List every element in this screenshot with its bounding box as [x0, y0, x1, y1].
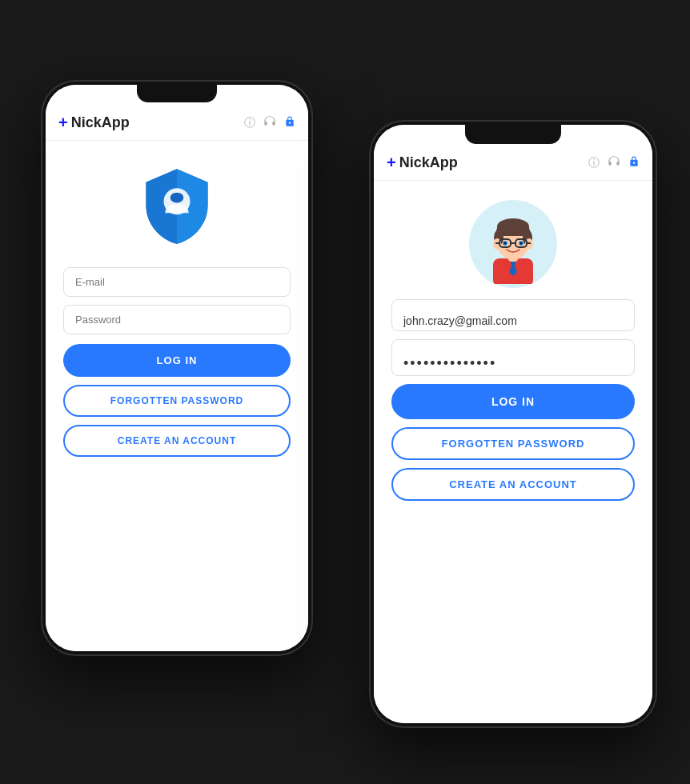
phone-2: + NickApp ⓘ: [369, 120, 657, 728]
avatar-hero: [469, 200, 557, 288]
headset-icon-2[interactable]: [608, 155, 620, 170]
phone-1-logo: + NickApp: [58, 114, 239, 132]
lock-icon-2[interactable]: [628, 156, 640, 170]
phone-1-notch: [137, 85, 217, 102]
headset-icon[interactable]: [263, 115, 276, 130]
shield-hero: [133, 163, 221, 254]
logo-text-2: NickApp: [399, 154, 458, 171]
phone-1-inputs: [63, 267, 291, 334]
phone-2-buttons: LOG IN FORGOTTEN PASSWORD CREATE AN ACCO…: [391, 384, 635, 501]
phone-1-login-button[interactable]: LOG IN: [63, 344, 291, 377]
password-wrapper: Password ••••••••••••••: [391, 339, 635, 376]
lock-icon[interactable]: [284, 116, 295, 130]
phone-1-buttons: LOG IN FORGOTTEN PASSWORD CREATE AN ACCO…: [63, 344, 291, 457]
phone-2-create-button[interactable]: CREATE AN ACCOUNT: [391, 468, 635, 501]
phone-1-body: LOG IN FORGOTTEN PASSWORD CREATE AN ACCO…: [46, 141, 308, 651]
phone-2-screen: + NickApp ⓘ: [374, 125, 652, 723]
phone-1-app: + NickApp ⓘ: [46, 85, 308, 651]
svg-point-22: [520, 242, 523, 245]
phone-2-inputs: E-mail Password ••••••••••••••: [391, 299, 635, 376]
phone-1-nav-icons: ⓘ: [244, 115, 295, 130]
phone-2-forgotten-button[interactable]: FORGOTTEN PASSWORD: [391, 427, 635, 460]
phone-2-notch: [465, 125, 561, 144]
phone-2-nav-icons: ⓘ: [588, 155, 640, 170]
email-wrapper: E-mail: [391, 299, 635, 331]
phone-2-app: + NickApp ⓘ: [374, 125, 652, 723]
phone-1: + NickApp ⓘ: [41, 80, 313, 656]
svg-point-11: [522, 226, 530, 238]
svg-point-20: [504, 242, 507, 245]
phone-1-create-button[interactable]: CREATE AN ACCOUNT: [63, 425, 291, 457]
avatar-circle: [469, 200, 557, 288]
scene: + NickApp ⓘ: [17, 16, 673, 768]
phone-2-logo: + NickApp: [387, 154, 584, 172]
logo-text: NickApp: [71, 114, 130, 131]
password-dots: ••••••••••••••: [403, 355, 496, 371]
info-icon[interactable]: ⓘ: [244, 116, 255, 130]
svg-point-10: [496, 226, 504, 238]
logo-cross-icon: +: [58, 114, 68, 132]
phone-2-login-button[interactable]: LOG IN: [391, 384, 635, 419]
phone-2-email-input[interactable]: [391, 299, 635, 331]
phone-1-password-input[interactable]: [63, 305, 291, 334]
phone-2-body: E-mail Password •••••••••••••• LOG IN: [374, 181, 652, 723]
logo-cross-icon-2: +: [387, 154, 396, 172]
phone-2-password-display: ••••••••••••••: [391, 339, 635, 376]
phone-1-screen: + NickApp ⓘ: [46, 85, 308, 651]
phone-1-email-input[interactable]: [63, 267, 291, 297]
info-icon-2[interactable]: ⓘ: [588, 156, 600, 170]
phone-1-forgotten-button[interactable]: FORGOTTEN PASSWORD: [63, 385, 291, 417]
